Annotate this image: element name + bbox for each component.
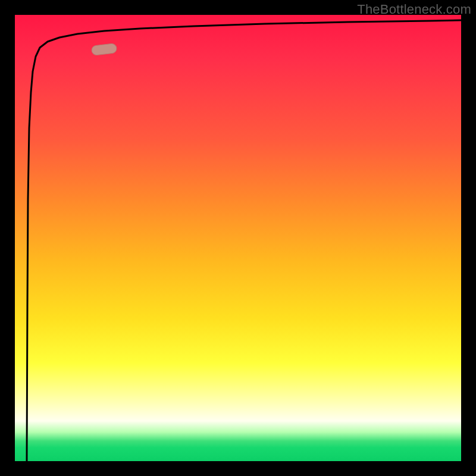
chart-root: TheBottleneck.com <box>0 0 476 476</box>
attribution-text: TheBottleneck.com <box>357 2 471 17</box>
chart-frame <box>0 0 476 476</box>
